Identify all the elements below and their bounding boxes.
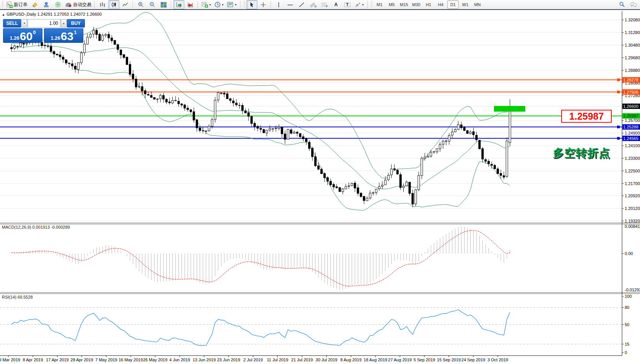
- timeframe-m15[interactable]: M15: [398, 0, 410, 9]
- zoom-in-button[interactable]: [135, 0, 146, 9]
- timeframe-w1[interactable]: W1: [460, 0, 471, 9]
- eraser-button[interactable]: [29, 0, 40, 9]
- vertical-line-icon: [276, 2, 281, 8]
- date-axis[interactable]: 29 Mar 20198 Apr 201917 Apr 201928 Apr 2…: [0, 356, 508, 362]
- tile-windows-button[interactable]: [158, 0, 169, 9]
- svg-text:3 Oct 2019: 3 Oct 2019: [487, 358, 508, 362]
- buy-button[interactable]: BUY: [67, 19, 85, 28]
- collapse-panel-icon[interactable]: ▲: [2, 13, 5, 16]
- templates-button[interactable]: ▼: [226, 0, 238, 9]
- chart-canvas[interactable]: 1.320801.312801.304801.296801.288801.280…: [0, 0, 640, 364]
- search-icon: [619, 2, 625, 8]
- text-label-tool-button[interactable]: T: [342, 0, 353, 9]
- signals-button[interactable]: [52, 0, 63, 9]
- toolbar-separator: [240, 1, 241, 8]
- fibonacci-tool-button[interactable]: F: [319, 0, 330, 9]
- trendline-tool-button[interactable]: [296, 0, 307, 9]
- zoom-out-button[interactable]: [147, 0, 158, 9]
- horizontal-level-lines[interactable]: [0, 78, 622, 140]
- sell-price-pip: 0: [33, 29, 36, 35]
- svg-text:1.24100: 1.24100: [625, 143, 640, 148]
- svg-text:8 Apr 2019: 8 Apr 2019: [23, 358, 43, 362]
- support-zone-rect[interactable]: [494, 106, 525, 112]
- toolbar: 新订单 自动交易: [0, 0, 640, 10]
- timeframe-h1[interactable]: H1: [423, 0, 434, 9]
- channel-tool-button[interactable]: E: [308, 0, 318, 9]
- svg-text:1.30480: 1.30480: [625, 43, 640, 47]
- svg-text:1.24565: 1.24565: [623, 136, 638, 141]
- periods-button[interactable]: ▼: [213, 0, 225, 9]
- timeframe-m5[interactable]: M5: [386, 0, 398, 9]
- toolbar-separator: [133, 1, 133, 8]
- macd-indicator-label: MACD(12,26,9) 0.001913 -0.000289: [2, 225, 70, 229]
- timeframe-mn[interactable]: MN: [472, 0, 483, 9]
- svg-text:24 Sep 2019: 24 Sep 2019: [461, 358, 485, 362]
- tile-windows-icon: [161, 2, 167, 8]
- autotrading-icon: [65, 2, 72, 8]
- toolbar-grip[interactable]: [2, 1, 3, 8]
- sell-button[interactable]: SELL: [3, 19, 21, 28]
- ohlc-values: 1.24291 1.27053 1.24072 1.26600: [37, 12, 102, 16]
- svg-text:1.22500: 1.22500: [625, 169, 640, 173]
- arrows-tool-button[interactable]: ▼: [354, 0, 365, 9]
- chevron-down-icon: ▼: [362, 3, 364, 6]
- bar-chart-button[interactable]: [97, 0, 108, 9]
- clock-icon: [214, 2, 221, 8]
- svg-text:13 Jun 2019: 13 Jun 2019: [193, 358, 216, 362]
- candles-layer[interactable]: [11, 27, 511, 207]
- trendline-icon: [299, 2, 305, 8]
- svg-text:1.31280: 1.31280: [625, 30, 640, 35]
- symbol-ohlc-line: ▲GBPUSD-,Daily 1.24291 1.27053 1.24072 1…: [2, 12, 102, 16]
- svg-text:1.25700: 1.25700: [625, 118, 640, 123]
- new-chart-button[interactable]: ▼: [200, 0, 213, 9]
- horizontal-line-tool-button[interactable]: [285, 0, 296, 9]
- toolbar-separator: [94, 1, 95, 8]
- horizontal-line-icon: [287, 2, 293, 8]
- timeframe-d1[interactable]: D1: [447, 0, 459, 9]
- autotrading-button[interactable]: 自动交易: [64, 0, 93, 9]
- timeframe-m30[interactable]: M30: [411, 0, 422, 9]
- sell-price-display[interactable]: 1.26 60 0: [3, 28, 42, 43]
- svg-text:1.19320: 1.19320: [625, 219, 640, 223]
- volume-input[interactable]: [28, 19, 60, 28]
- chat-icon: [630, 2, 637, 8]
- toolbar-grip[interactable]: [371, 1, 372, 8]
- timeframe-m1[interactable]: M1: [374, 0, 385, 9]
- toolbar-grip[interactable]: [244, 1, 245, 8]
- line-chart-button[interactable]: [120, 0, 131, 9]
- chart-shift-button[interactable]: [185, 0, 196, 9]
- zoom-in-icon: [138, 2, 144, 8]
- crosshair-tool-button[interactable]: [258, 0, 269, 9]
- vertical-line-tool-button[interactable]: [273, 0, 284, 9]
- timeframe-h4[interactable]: H4: [435, 0, 447, 9]
- one-click-price-row: 1.26 60 0 1.26 63 1: [3, 28, 85, 43]
- auto-scroll-button[interactable]: [174, 0, 184, 9]
- profile-button[interactable]: [41, 0, 52, 9]
- svg-text:1.28278: 1.28278: [623, 78, 638, 82]
- cursor-icon: [249, 2, 255, 8]
- text-tool-button[interactable]: A: [331, 0, 341, 9]
- search-button[interactable]: [617, 0, 627, 9]
- chat-button[interactable]: [628, 0, 639, 9]
- buy-price-display[interactable]: 1.26 63 1: [44, 28, 83, 43]
- candlestick-button[interactable]: [109, 0, 119, 9]
- auto-scroll-icon: [176, 2, 182, 8]
- toolbar-separator: [171, 1, 172, 8]
- svg-text:15: 15: [625, 342, 629, 346]
- buy-price-pip: 1: [74, 29, 76, 35]
- fibonacci-label: F: [326, 5, 328, 8]
- svg-text:17 Apr 2019: 17 Apr 2019: [46, 358, 68, 362]
- new-order-button[interactable]: 新订单: [5, 0, 29, 9]
- volume-increase-button[interactable]: ▲: [61, 19, 67, 28]
- volume-decrease-button[interactable]: ▼: [21, 19, 27, 28]
- price-axis[interactable]: 1.320801.312801.304801.296801.288801.280…: [622, 18, 640, 355]
- bar-chart-icon: [99, 2, 106, 8]
- price-level-flag[interactable]: 1.25987: [561, 110, 612, 123]
- chart-annotation-text[interactable]: 多空转折点: [553, 146, 610, 161]
- svg-text:4 Jun 2019: 4 Jun 2019: [169, 358, 190, 362]
- macd-histogram: [11, 226, 510, 290]
- svg-text:21 Jul 2019: 21 Jul 2019: [291, 358, 313, 362]
- eraser-icon: [31, 2, 38, 8]
- cursor-tool-button[interactable]: [247, 0, 257, 9]
- svg-text:1.29680: 1.29680: [625, 55, 640, 60]
